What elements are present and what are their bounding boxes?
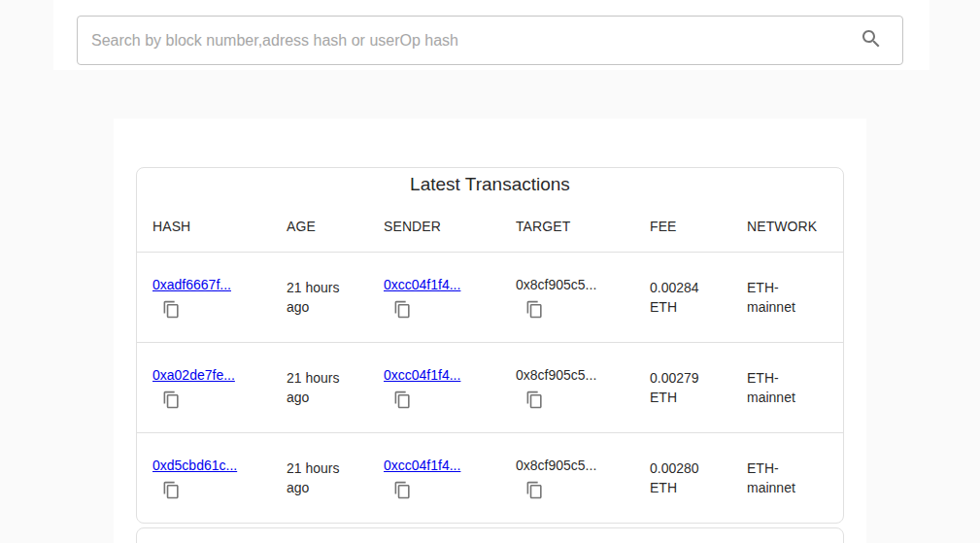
column-header-fee: FEE [634, 201, 731, 252]
hash-copy-button[interactable] [162, 390, 181, 409]
fee-value: 0.00279 ETH [650, 368, 716, 407]
column-header-age: AGE [271, 201, 368, 252]
target-address: 0x8cf905c5... [516, 277, 596, 292]
fee-cell: 0.00279 ETH [634, 342, 731, 432]
target-cell: 0x8cf905c5... [500, 432, 634, 523]
network-value: ETH-mainnet [747, 368, 807, 407]
sender-link[interactable]: 0xcc04f1f4... [384, 367, 460, 383]
target-cell: 0x8cf905c5... [500, 252, 634, 342]
sender-cell: 0xcc04f1f4... [368, 342, 500, 432]
next-card-partial [136, 527, 844, 543]
target-address: 0x8cf905c5... [516, 458, 596, 473]
hash-copy-button[interactable] [162, 300, 181, 319]
fee-cell: 0.00284 ETH [634, 252, 731, 342]
fee-value: 0.00284 ETH [650, 278, 716, 317]
copy-icon [162, 307, 181, 322]
target-cell: 0x8cf905c5... [500, 342, 634, 432]
column-header-target: TARGET [500, 201, 634, 252]
copy-icon [162, 397, 181, 412]
fee-value: 0.00280 ETH [650, 458, 716, 497]
latest-transactions-title: Latest Transactions [137, 168, 843, 201]
copy-icon [525, 397, 544, 412]
copy-icon [393, 488, 412, 502]
copy-icon [393, 397, 412, 412]
search-header [53, 0, 929, 70]
hash-cell: 0xa02de7fe... [137, 342, 271, 432]
sender-copy-button[interactable] [393, 390, 412, 409]
column-header-sender: SENDER [368, 201, 500, 252]
hash-cell: 0xadf6667f... [137, 252, 271, 342]
fee-cell: 0.00280 ETH [634, 432, 731, 523]
search-box [77, 16, 903, 65]
target-copy-button[interactable] [525, 481, 544, 499]
target-address: 0x8cf905c5... [516, 367, 596, 383]
table-header-row: HASH AGE SENDER TARGET FEE NETWORK [137, 201, 843, 252]
age-cell: 21 hours ago [271, 342, 368, 432]
network-value: ETH-mainnet [747, 278, 807, 317]
sender-link[interactable]: 0xcc04f1f4... [384, 458, 460, 473]
hash-copy-button[interactable] [162, 481, 181, 499]
column-header-network: NETWORK [731, 201, 843, 252]
copy-icon [525, 307, 544, 322]
hash-link[interactable]: 0xadf6667f... [152, 277, 231, 292]
network-cell: ETH-mainnet [731, 342, 843, 432]
transactions-table: HASH AGE SENDER TARGET FEE NETWORK 0xadf… [137, 201, 843, 523]
table-row: 0xa02de7fe... 21 hours ago 0xcc04f1f4... [137, 342, 843, 432]
network-cell: ETH-mainnet [731, 432, 843, 523]
age-cell: 21 hours ago [271, 432, 368, 523]
table-row: 0xadf6667f... 21 hours ago 0xcc04f1f4... [137, 252, 843, 342]
search-input[interactable] [78, 17, 860, 64]
sender-link[interactable]: 0xcc04f1f4... [384, 277, 460, 292]
search-icon [860, 27, 883, 53]
target-copy-button[interactable] [525, 300, 544, 319]
sender-copy-button[interactable] [393, 481, 412, 499]
sender-copy-button[interactable] [393, 300, 412, 319]
table-row: 0xd5cbd61c... 21 hours ago 0xcc04f1f4... [137, 432, 843, 523]
search-button[interactable] [860, 29, 883, 52]
hash-link[interactable]: 0xa02de7fe... [152, 367, 235, 383]
content-panel: Latest Transactions HASH AGE SENDER TARG… [114, 119, 866, 543]
copy-icon [162, 488, 181, 502]
sender-cell: 0xcc04f1f4... [368, 252, 500, 342]
network-value: ETH-mainnet [747, 458, 807, 497]
copy-icon [525, 488, 544, 502]
target-copy-button[interactable] [525, 390, 544, 409]
column-header-hash: HASH [137, 201, 271, 252]
sender-cell: 0xcc04f1f4... [368, 432, 500, 523]
latest-transactions-card: Latest Transactions HASH AGE SENDER TARG… [136, 167, 844, 524]
hash-link[interactable]: 0xd5cbd61c... [152, 458, 237, 473]
age-cell: 21 hours ago [271, 252, 368, 342]
hash-cell: 0xd5cbd61c... [137, 432, 271, 523]
network-cell: ETH-mainnet [731, 252, 843, 342]
copy-icon [393, 307, 412, 322]
